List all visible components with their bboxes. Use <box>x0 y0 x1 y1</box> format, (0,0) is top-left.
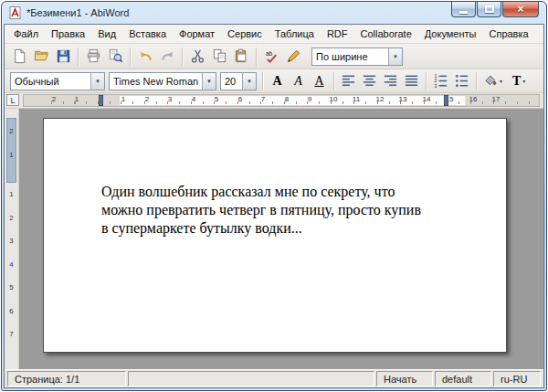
left-margin-marker[interactable] <box>99 95 103 106</box>
align-justify-icon <box>404 73 419 89</box>
italic-button[interactable]: А <box>288 71 309 91</box>
menu-item-insert[interactable]: Вставка <box>122 26 173 42</box>
zoom-value: По ширине <box>312 48 388 65</box>
menu-item-collaborate[interactable]: Collaborate <box>354 26 418 42</box>
combo-arrow-icon[interactable]: ▼ <box>202 73 216 90</box>
paragraph[interactable]: Один волшебник рассказал мне по секрету,… <box>44 119 506 238</box>
formatting-toolbar: Обычный ▼ Times New Roman ▼ 20 ▼ А А А <box>5 69 543 93</box>
print-icon <box>86 48 101 64</box>
font-value: Times New Roman <box>110 73 202 90</box>
document-canvas[interactable]: Один волшебник рассказал мне по секрету,… <box>19 109 543 369</box>
titlebar[interactable]: *Безимени1 - AbiWord × <box>2 2 546 24</box>
text-line: можно превратить четверг в пятницу, прос… <box>101 201 453 219</box>
menu-item-documents[interactable]: Документы <box>418 26 483 42</box>
align-left-icon <box>341 73 356 89</box>
minimize-button[interactable] <box>451 2 476 17</box>
cut-scissors-icon <box>190 48 206 64</box>
new-document-button[interactable] <box>8 46 30 68</box>
ruler-number: 16 <box>469 95 478 104</box>
status-style: default <box>435 371 491 387</box>
combo-arrow-icon[interactable]: ▼ <box>388 48 402 65</box>
menu-item-table[interactable]: Таблица <box>269 26 321 42</box>
align-right-button[interactable] <box>380 71 401 91</box>
ruler-number: 7 <box>261 95 265 104</box>
ruler-number: 1 <box>5 151 18 159</box>
menu-item-rdf[interactable]: RDF <box>321 26 354 42</box>
right-margin-marker[interactable] <box>444 95 448 106</box>
status-message-area <box>128 371 374 387</box>
copy-button[interactable] <box>208 46 230 68</box>
bullet-list-button[interactable] <box>451 71 472 91</box>
statusbar: Страница: 1/1 Начать default ru-RU <box>5 369 543 387</box>
font-size-combobox[interactable]: 20 ▼ <box>220 72 257 90</box>
combo-arrow-icon[interactable]: ▼ <box>90 73 104 90</box>
undo-button[interactable] <box>134 46 156 68</box>
redo-button[interactable] <box>156 46 178 68</box>
ruler-number: 3 <box>168 95 172 104</box>
ruler-number: 2 <box>145 95 149 104</box>
align-center-button[interactable] <box>359 71 380 91</box>
toolbar-separator <box>78 48 79 66</box>
font-family-combobox[interactable]: Times New Roman ▼ <box>109 72 216 90</box>
toolbar-separator <box>476 72 477 90</box>
toolbar-separator <box>130 48 131 66</box>
menu-item-help[interactable]: Справка <box>482 26 534 42</box>
align-center-icon <box>362 73 377 89</box>
list-number-3: 3 <box>434 83 437 89</box>
status-language: ru-RU <box>493 371 541 387</box>
spellcheck-icon: ab <box>264 48 279 64</box>
menu-item-edit[interactable]: Правка <box>45 26 91 42</box>
dropdown-arrow-icon[interactable]: ▾ <box>500 78 502 84</box>
print-preview-icon <box>108 48 123 64</box>
undo-icon <box>138 48 153 64</box>
font-color-button[interactable]: Т ▾ <box>510 71 539 91</box>
paragraph-style-combobox[interactable]: Обычный ▼ <box>10 72 105 90</box>
align-justify-button[interactable] <box>401 71 422 91</box>
ruler-number: 4 <box>192 95 195 104</box>
standard-toolbar: ab По ширине ▼ <box>5 44 543 69</box>
tab-selector-button[interactable]: L <box>6 94 19 106</box>
vertical-ruler[interactable]: 2 1 1 2 3 4 5 6 7 <box>5 109 19 369</box>
print-preview-button[interactable] <box>104 46 126 68</box>
align-left-button[interactable] <box>338 71 359 91</box>
spellcheck-letters: ab <box>265 50 272 57</box>
bold-button[interactable]: А <box>267 71 288 91</box>
dropdown-arrow-icon[interactable]: ▾ <box>522 78 525 84</box>
copy-icon <box>212 48 227 64</box>
save-button[interactable] <box>52 46 74 68</box>
ruler-number: 2 <box>5 214 18 222</box>
zoom-combobox[interactable]: По ширине ▼ <box>311 48 403 66</box>
paste-button[interactable] <box>230 46 252 68</box>
status-page-indicator: Страница: 1/1 <box>7 371 126 387</box>
close-button[interactable]: × <box>502 2 539 17</box>
toolbar-separator <box>426 72 427 90</box>
underline-button[interactable]: А <box>309 71 330 91</box>
edit-header-button[interactable] <box>282 46 304 68</box>
maximize-button[interactable] <box>477 2 501 17</box>
ruler-number: 5 <box>5 283 18 291</box>
highlight-bucket-icon <box>483 74 498 89</box>
highlight-color-button[interactable]: ▾ <box>480 71 510 91</box>
cut-button[interactable] <box>186 46 208 68</box>
italic-icon: А <box>294 75 302 88</box>
abiword-window: *Безимени1 - AbiWord × Файл Правка Вид В… <box>1 1 547 391</box>
menu-item-tools[interactable]: Сервис <box>221 26 269 42</box>
document-page[interactable]: Один волшебник рассказал мне по секрету,… <box>43 118 507 353</box>
client-area: Файл Правка Вид Вставка Формат Сервис Та… <box>4 24 544 388</box>
open-button[interactable] <box>30 46 52 68</box>
toolbar-separator <box>182 48 183 66</box>
combo-arrow-icon[interactable]: ▼ <box>242 73 256 90</box>
menu-item-file[interactable]: Файл <box>7 26 45 42</box>
bullet-list-icon <box>454 73 469 89</box>
save-floppy-icon <box>56 48 71 64</box>
print-button[interactable] <box>82 46 104 68</box>
ruler-number: 3 <box>5 237 18 245</box>
open-folder-icon <box>34 48 49 64</box>
ruler-number: 11 <box>353 95 360 104</box>
menu-item-format[interactable]: Формат <box>173 26 221 42</box>
window-title: *Безимени1 - AbiWord <box>26 7 129 18</box>
ruler-number: 10 <box>330 95 338 104</box>
menu-item-view[interactable]: Вид <box>91 26 122 42</box>
spellcheck-button[interactable]: ab <box>260 46 282 68</box>
numbered-list-button[interactable]: 1 2 3 <box>430 71 451 91</box>
